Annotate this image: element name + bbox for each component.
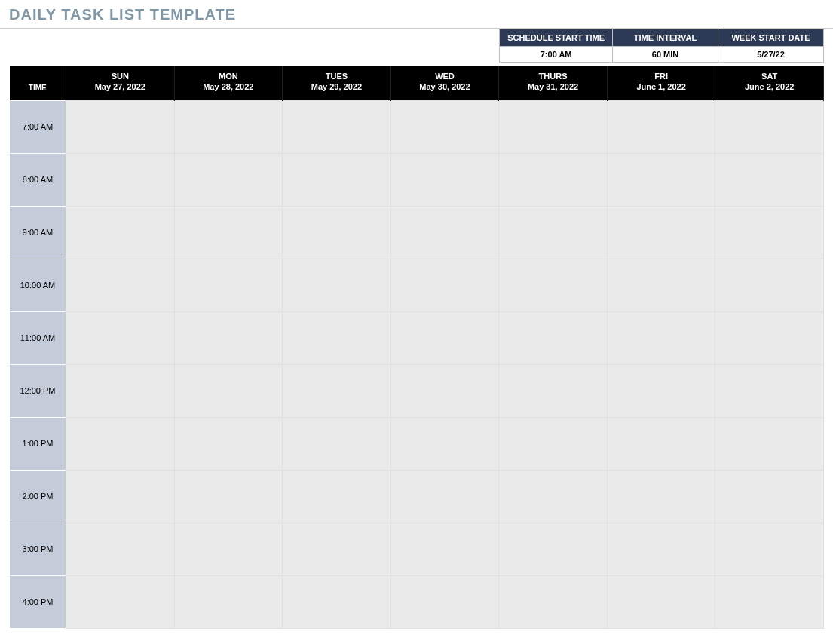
meta-header-start-time: SCHEDULE START TIME bbox=[500, 29, 613, 47]
task-cell[interactable] bbox=[174, 575, 283, 628]
task-cell[interactable] bbox=[283, 364, 391, 417]
task-cell[interactable] bbox=[607, 153, 715, 206]
task-cell[interactable] bbox=[607, 523, 715, 575]
task-cell[interactable] bbox=[499, 575, 608, 628]
task-cell[interactable] bbox=[607, 575, 715, 628]
task-cell[interactable] bbox=[499, 523, 608, 575]
task-cell[interactable] bbox=[66, 259, 175, 311]
task-cell[interactable] bbox=[499, 259, 608, 311]
task-cell[interactable] bbox=[715, 417, 824, 470]
task-cell[interactable] bbox=[715, 206, 824, 259]
day-date: June 2, 2022 bbox=[718, 81, 820, 92]
day-name: SAT bbox=[718, 71, 820, 81]
task-cell[interactable] bbox=[607, 100, 715, 153]
task-cell[interactable] bbox=[499, 100, 608, 153]
task-cell[interactable] bbox=[174, 417, 283, 470]
meta-value-interval[interactable]: 60 MIN bbox=[613, 47, 718, 63]
time-cell: 7:00 AM bbox=[10, 100, 66, 153]
task-cell[interactable] bbox=[174, 311, 283, 364]
task-cell[interactable] bbox=[66, 470, 175, 523]
task-cell[interactable] bbox=[390, 206, 499, 259]
task-cell[interactable] bbox=[66, 311, 175, 364]
task-cell[interactable] bbox=[283, 523, 391, 575]
task-cell[interactable] bbox=[390, 417, 499, 470]
task-cell[interactable] bbox=[283, 417, 391, 470]
task-cell[interactable] bbox=[283, 575, 391, 628]
task-cell[interactable] bbox=[607, 364, 715, 417]
task-cell[interactable] bbox=[715, 311, 824, 364]
meta-header-interval: TIME INTERVAL bbox=[613, 29, 718, 47]
task-cell[interactable] bbox=[174, 523, 283, 575]
task-cell[interactable] bbox=[174, 100, 283, 153]
task-cell[interactable] bbox=[283, 153, 391, 206]
task-cell[interactable] bbox=[607, 417, 715, 470]
task-cell[interactable] bbox=[499, 417, 608, 470]
schedule-row: 7:00 AM bbox=[10, 100, 824, 153]
task-cell[interactable] bbox=[66, 153, 175, 206]
task-cell[interactable] bbox=[607, 206, 715, 259]
time-cell: 12:00 PM bbox=[10, 364, 66, 417]
task-cell[interactable] bbox=[499, 153, 608, 206]
task-cell[interactable] bbox=[174, 153, 283, 206]
task-cell[interactable] bbox=[66, 417, 175, 470]
day-name: WED bbox=[394, 71, 496, 81]
task-cell[interactable] bbox=[715, 364, 824, 417]
task-cell[interactable] bbox=[66, 100, 175, 153]
task-cell[interactable] bbox=[715, 523, 824, 575]
schedule-row: 10:00 AM bbox=[10, 259, 824, 311]
task-cell[interactable] bbox=[499, 206, 608, 259]
task-cell[interactable] bbox=[174, 364, 283, 417]
task-cell[interactable] bbox=[174, 470, 283, 523]
task-cell[interactable] bbox=[283, 311, 391, 364]
task-cell[interactable] bbox=[607, 311, 715, 364]
task-cell[interactable] bbox=[390, 100, 499, 153]
task-cell[interactable] bbox=[66, 364, 175, 417]
task-cell[interactable] bbox=[66, 206, 175, 259]
task-cell[interactable] bbox=[715, 100, 824, 153]
day-date: May 29, 2022 bbox=[286, 81, 387, 92]
task-cell[interactable] bbox=[499, 364, 608, 417]
day-header-mon: MON May 28, 2022 bbox=[174, 66, 283, 100]
task-cell[interactable] bbox=[283, 470, 391, 523]
time-cell: 11:00 AM bbox=[10, 311, 66, 364]
task-cell[interactable] bbox=[390, 470, 499, 523]
task-cell[interactable] bbox=[607, 470, 715, 523]
task-cell[interactable] bbox=[283, 206, 391, 259]
task-cell[interactable] bbox=[499, 470, 608, 523]
day-date: May 27, 2022 bbox=[69, 81, 171, 92]
task-cell[interactable] bbox=[390, 575, 499, 628]
meta-table: SCHEDULE START TIME TIME INTERVAL WEEK S… bbox=[499, 29, 824, 63]
day-name: FRI bbox=[611, 71, 712, 81]
meta-header-week-start: WEEK START DATE bbox=[718, 29, 824, 47]
day-date: June 1, 2022 bbox=[611, 81, 712, 92]
schedule-row: 4:00 PM bbox=[10, 575, 824, 628]
task-cell[interactable] bbox=[66, 575, 175, 628]
task-cell[interactable] bbox=[390, 311, 499, 364]
task-cell[interactable] bbox=[607, 259, 715, 311]
task-cell[interactable] bbox=[174, 259, 283, 311]
task-cell[interactable] bbox=[390, 153, 499, 206]
task-cell[interactable] bbox=[715, 153, 824, 206]
schedule-row: 9:00 AM bbox=[10, 206, 824, 259]
task-cell[interactable] bbox=[715, 470, 824, 523]
task-cell[interactable] bbox=[499, 311, 608, 364]
time-cell: 1:00 PM bbox=[10, 417, 66, 470]
task-cell[interactable] bbox=[715, 575, 824, 628]
schedule-row: 2:00 PM bbox=[10, 470, 824, 523]
task-cell[interactable] bbox=[390, 259, 499, 311]
day-date: May 28, 2022 bbox=[178, 81, 280, 92]
task-cell[interactable] bbox=[66, 523, 175, 575]
meta-value-week-start[interactable]: 5/27/22 bbox=[718, 47, 824, 63]
day-date: May 30, 2022 bbox=[394, 81, 496, 92]
meta-value-start-time[interactable]: 7:00 AM bbox=[500, 47, 613, 63]
schedule-header-row: TIME SUN May 27, 2022 MON May 28, 2022 T… bbox=[10, 66, 824, 100]
task-cell[interactable] bbox=[283, 100, 391, 153]
task-cell[interactable] bbox=[174, 206, 283, 259]
day-header-thurs: THURS May 31, 2022 bbox=[499, 66, 608, 100]
time-cell: 8:00 AM bbox=[10, 153, 66, 206]
task-cell[interactable] bbox=[390, 523, 499, 575]
task-cell[interactable] bbox=[283, 259, 391, 311]
task-cell[interactable] bbox=[715, 259, 824, 311]
task-cell[interactable] bbox=[390, 364, 499, 417]
day-header-tues: TUES May 29, 2022 bbox=[283, 66, 391, 100]
